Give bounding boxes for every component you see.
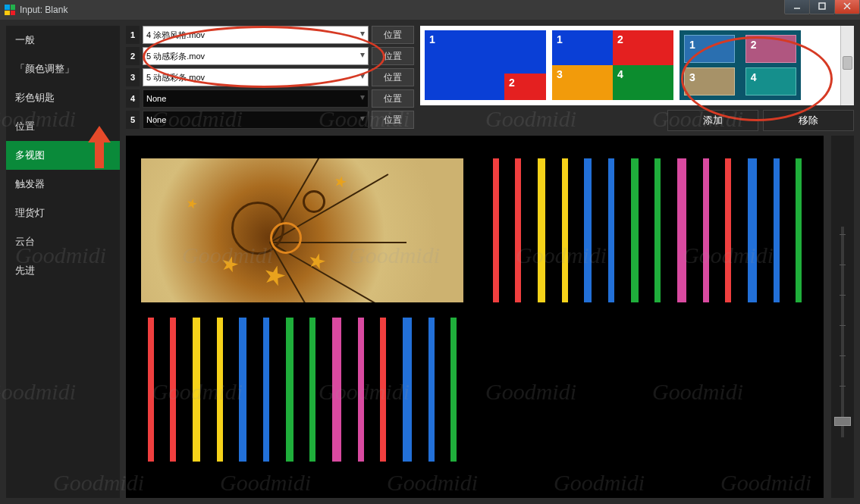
source-index: 5 (126, 111, 140, 129)
close-button[interactable] (834, 0, 860, 14)
source-select[interactable]: 5 动感彩条.mov (143, 68, 369, 86)
source-row: 2 5 动感彩条.mov 位置 (126, 47, 414, 65)
source-index: 1 (126, 26, 140, 44)
position-button[interactable]: 位置 (372, 47, 414, 65)
position-button[interactable]: 位置 (372, 111, 414, 129)
source-row: 5 None 位置 (126, 111, 414, 129)
sidebar-item-color-key[interactable]: 彩色钥匙 (6, 83, 120, 112)
position-button[interactable]: 位置 (372, 68, 414, 86)
preview-quad-1 (141, 158, 463, 302)
zoom-thumb[interactable] (834, 417, 851, 426)
preview-quad-4 (486, 318, 808, 462)
source-row: 3 5 动感彩条.mov 位置 (126, 68, 414, 86)
layout-scrollbar[interactable] (840, 26, 854, 105)
sidebar-item-label: 先进 (15, 265, 35, 276)
sidebar-item-label: 云台 (15, 236, 35, 247)
source-value: 5 动感彩条.mov (146, 72, 205, 83)
sidebar: 一般 「颜色调整」 彩色钥匙 位置 多视图 触发器 理货灯 云台 先进 (6, 26, 120, 498)
preview-quad-2 (486, 158, 808, 302)
source-row: 1 4 涂鸦风格.mov 位置 (126, 26, 414, 44)
sidebar-item-multiview[interactable]: 多视图 (6, 141, 120, 170)
source-select[interactable]: None (143, 89, 369, 108)
window-controls (785, 0, 860, 14)
position-button[interactable]: 位置 (372, 26, 414, 44)
source-value: 4 涂鸦风格.mov (146, 30, 205, 41)
sidebar-item-label: 一般 (15, 34, 35, 45)
layout-template[interactable]: 1 2 3 4 (552, 30, 673, 100)
position-button[interactable]: 位置 (372, 89, 414, 108)
source-list: 1 4 涂鸦风格.mov 位置 2 5 动感彩条.mov 位置 3 5 动感彩条… (126, 26, 414, 131)
layout-template[interactable]: 1 2 3 4 (680, 30, 801, 100)
window-title: Input: Blank (20, 5, 67, 15)
multiview-preview (126, 136, 824, 498)
sidebar-item-ptz[interactable]: 云台 (6, 227, 120, 256)
source-value: None (146, 115, 166, 124)
sidebar-item-label: 多视图 (15, 149, 45, 161)
source-value: 5 动感彩条.mov (146, 51, 205, 62)
source-select[interactable]: 5 动感彩条.mov (143, 47, 369, 65)
source-index: 3 (126, 68, 140, 86)
sidebar-item-general[interactable]: 一般 (6, 26, 120, 55)
sidebar-item-label: 「颜色调整」 (15, 63, 74, 74)
remove-button[interactable]: 移除 (763, 110, 854, 131)
layout-template[interactable]: 1 2 (425, 30, 546, 100)
sidebar-item-label: 理货灯 (15, 207, 45, 218)
source-index: 2 (126, 47, 140, 65)
preview-quad-3 (141, 318, 463, 462)
sidebar-item-label: 位置 (15, 121, 35, 132)
app-icon (5, 5, 15, 15)
titlebar: Input: Blank (0, 0, 860, 20)
minimize-button[interactable] (784, 0, 810, 14)
add-button[interactable]: 添加 (667, 110, 758, 131)
source-index: 4 (126, 89, 140, 108)
sidebar-item-position[interactable]: 位置 (6, 112, 120, 141)
source-value: None (146, 94, 166, 103)
sidebar-item-tally[interactable]: 理货灯 (6, 199, 120, 227)
layout-strip: 1 2 1 2 3 4 1 2 3 4 (420, 26, 854, 105)
source-select[interactable]: 4 涂鸦风格.mov (143, 26, 369, 44)
svg-rect-1 (819, 3, 825, 9)
source-select[interactable]: None (143, 111, 369, 129)
sidebar-item-triggers[interactable]: 触发器 (6, 170, 120, 199)
zoom-slider[interactable] (831, 136, 854, 498)
sidebar-item-color-adjust[interactable]: 「颜色调整」 (6, 55, 120, 83)
maximize-button[interactable] (809, 0, 835, 14)
sidebar-item-label: 彩色钥匙 (15, 92, 55, 103)
sidebar-item-label: 触发器 (15, 178, 45, 189)
sidebar-item-advanced[interactable]: 先进 (6, 256, 120, 285)
source-row: 4 None 位置 (126, 89, 414, 108)
